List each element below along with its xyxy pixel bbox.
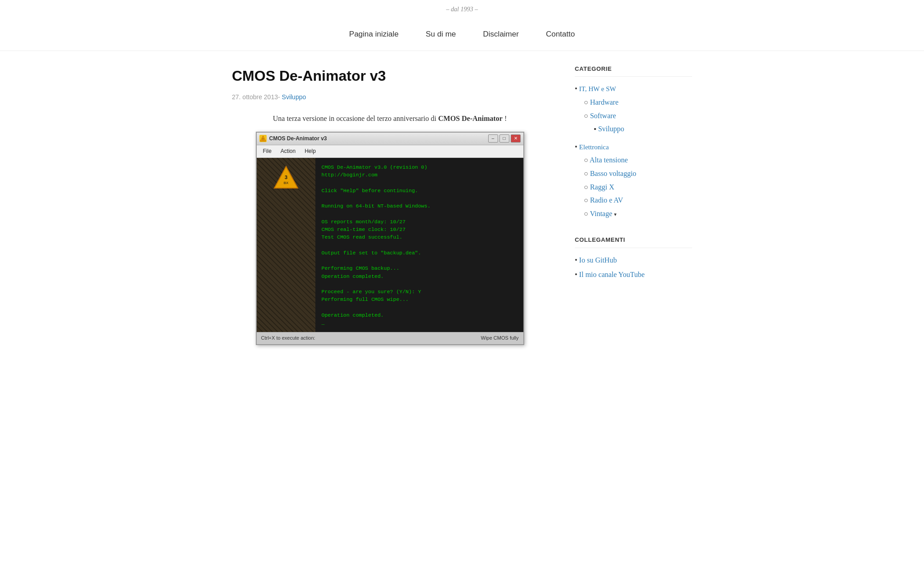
minimize-button[interactable]: – xyxy=(488,134,498,143)
cat-link-hardware[interactable]: Hardware xyxy=(590,98,619,106)
cat-link-radio-av[interactable]: Radio e AV xyxy=(590,196,623,204)
nav-contact[interactable]: Contatto xyxy=(546,28,575,40)
links-list: Io su GitHub Il mio canale YouTube xyxy=(575,254,692,280)
categories-heading: CATEGORIE xyxy=(575,65,692,77)
title-bar: ! CMOS De-Animator v3 – □ ✕ xyxy=(257,133,523,145)
intro-after: ! xyxy=(503,115,507,122)
nav-home[interactable]: Pagina iniziale xyxy=(349,28,399,40)
vintage-toggle-icon[interactable]: ▾ xyxy=(614,212,617,217)
app-statusbar: Ctrl+X to execute action: Wipe CMOS full… xyxy=(257,332,523,344)
close-button[interactable]: ✕ xyxy=(511,134,521,143)
maximize-button[interactable]: □ xyxy=(499,134,509,143)
post-category[interactable]: Sviluppo xyxy=(282,93,306,101)
svg-text:BX: BX xyxy=(283,181,288,185)
screenshot-container: ! CMOS De-Animator v3 – □ ✕ File Action … xyxy=(232,132,548,345)
app-logo: 3 BX xyxy=(273,165,300,192)
intro-before: Una terza versione in occasione del terz… xyxy=(273,115,439,122)
cat-radio-av: Radio e AV xyxy=(584,194,692,206)
app-window: ! CMOS De-Animator v3 – □ ✕ File Action … xyxy=(256,132,524,345)
cat-link-sviluppo[interactable]: Sviluppo xyxy=(598,125,624,133)
menu-bar: File Action Help xyxy=(257,145,523,158)
post-title: CMOS De-Animator v3 xyxy=(232,65,548,88)
cat-link-raggi-x[interactable]: Raggi X xyxy=(590,183,614,191)
category-list: IT, HW e SW Hardware Software Sviluppo xyxy=(575,83,692,219)
site-tagline: – dal 1993 – xyxy=(0,5,924,18)
app-body: 3 BX CMOS De-Animator v3.0 (revision 0) … xyxy=(257,158,523,332)
cat-it-hw-sw: IT, HW e SW Hardware Software Sviluppo xyxy=(575,83,692,134)
cat-software: Software Sviluppo xyxy=(584,110,692,135)
cat-link-basso-voltaggio[interactable]: Basso voltaggio xyxy=(590,170,637,177)
nav-disclaimer[interactable]: Disclaimer xyxy=(483,28,519,40)
intro-bold: CMOS De-Animator xyxy=(438,115,503,122)
cat-sublist-elettronica: Alta tensione Basso voltaggio Raggi X Ra… xyxy=(575,154,692,219)
status-right: Wipe CMOS fully xyxy=(481,334,519,342)
window-title: CMOS De-Animator v3 xyxy=(269,134,485,143)
menu-action[interactable]: Action xyxy=(276,146,300,157)
svg-text:!: ! xyxy=(262,138,263,141)
link-github-anchor[interactable]: Io su GitHub xyxy=(579,256,617,264)
post-date: 27. ottobre 2013 xyxy=(232,93,278,101)
post-intro: Una terza versione in occasione del terz… xyxy=(232,113,548,124)
cat-sublist-it: Hardware Software Sviluppo xyxy=(575,97,692,135)
cat-basso-voltaggio: Basso voltaggio xyxy=(584,168,692,180)
app-left-panel: 3 BX xyxy=(257,158,315,332)
cat-link-alta-tensione[interactable]: Alta tensione xyxy=(590,156,628,164)
svg-text:3: 3 xyxy=(284,175,287,180)
cat-subsublist-software: Sviluppo xyxy=(584,123,692,135)
sidebar: CATEGORIE IT, HW e SW Hardware Software … xyxy=(575,65,692,297)
sidebar-links: COLLEGAMENTI Io su GitHub Il mio canale … xyxy=(575,235,692,280)
cat-elettronica: Elettronica Alta tensione Basso voltaggi… xyxy=(575,141,692,220)
cat-sviluppo: Sviluppo xyxy=(594,123,692,135)
post-meta: 27. ottobre 2013- Sviluppo xyxy=(232,92,548,102)
menu-help[interactable]: Help xyxy=(300,146,320,157)
links-heading: COLLEGAMENTI xyxy=(575,235,692,248)
main-content: CMOS De-Animator v3 27. ottobre 2013- Sv… xyxy=(232,65,548,345)
link-github: Io su GitHub xyxy=(575,254,692,266)
cat-link-vintage[interactable]: Vintage xyxy=(590,210,612,217)
link-youtube-anchor[interactable]: Il mio canale YouTube xyxy=(579,271,645,278)
cat-link-it-hw-sw[interactable]: IT, HW e SW xyxy=(579,85,616,92)
main-nav: Pagina iniziale Su di me Disclaimer Cont… xyxy=(0,18,924,50)
menu-file[interactable]: File xyxy=(259,146,276,157)
status-left: Ctrl+X to execute action: xyxy=(261,334,315,342)
page-wrapper: CMOS De-Animator v3 27. ottobre 2013- Sv… xyxy=(214,51,710,359)
cat-link-software[interactable]: Software xyxy=(590,112,616,120)
cat-raggi-x: Raggi X xyxy=(584,181,692,193)
link-youtube: Il mio canale YouTube xyxy=(575,269,692,281)
site-header: – dal 1993 – Pagina iniziale Su di me Di… xyxy=(0,0,924,51)
sidebar-categories: CATEGORIE IT, HW e SW Hardware Software … xyxy=(575,65,692,220)
cat-hardware: Hardware xyxy=(584,97,692,108)
cat-link-elettronica[interactable]: Elettronica xyxy=(579,143,609,151)
window-controls: – □ ✕ xyxy=(488,134,521,143)
app-terminal: CMOS De-Animator v3.0 (revision 0) http:… xyxy=(315,158,523,332)
cat-vintage: Vintage ▾ xyxy=(584,208,692,220)
cat-alta-tensione: Alta tensione xyxy=(584,154,692,166)
app-icon: ! xyxy=(259,135,267,142)
nav-about[interactable]: Su di me xyxy=(425,28,456,40)
